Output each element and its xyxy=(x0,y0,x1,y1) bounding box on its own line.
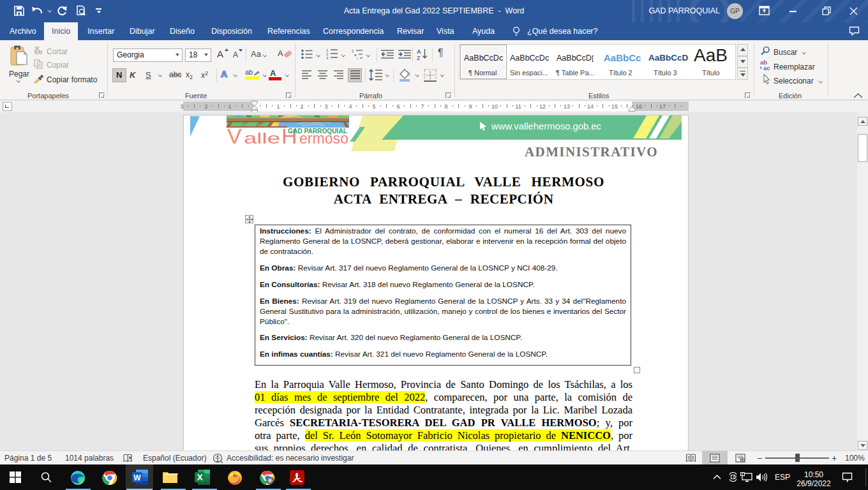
svg-text:www.vallehermoso.gob.ec: www.vallehermoso.gob.ec xyxy=(491,121,601,131)
svg-text:alle: alle xyxy=(244,130,280,147)
svg-text:GAD PARROQUIAL: GAD PARROQUIAL xyxy=(288,128,347,135)
svg-text:A: A xyxy=(417,48,421,55)
svg-text:i: i xyxy=(357,57,357,60)
svg-text:Z: Z xyxy=(417,55,421,60)
svg-text:3: 3 xyxy=(326,56,329,60)
svg-text:ac: ac xyxy=(763,64,770,71)
svg-text:V: V xyxy=(227,124,242,148)
svg-text:W: W xyxy=(133,473,141,482)
